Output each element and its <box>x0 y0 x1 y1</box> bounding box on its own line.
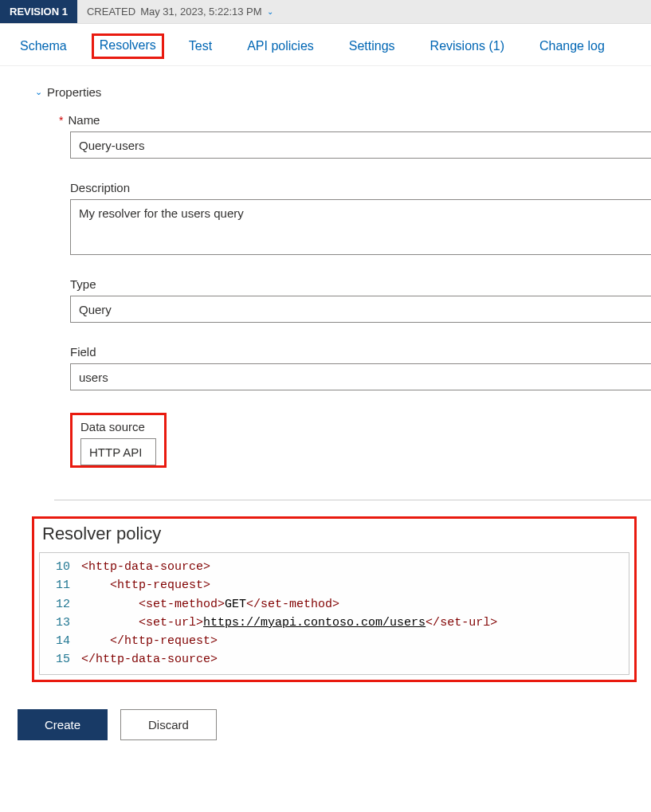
tab-api-policies[interactable]: API policies <box>245 38 316 54</box>
line-number: 11 <box>40 576 81 594</box>
code-line: 11 <http-request> <box>40 576 629 594</box>
resolver-policy-title: Resolver policy <box>42 524 629 544</box>
form-group-name: * Name Query-users <box>70 113 651 159</box>
created-label: CREATED <box>87 6 135 18</box>
tab-settings[interactable]: Settings <box>347 38 398 54</box>
tab-revisions[interactable]: Revisions (1) <box>428 38 507 54</box>
field-label: Field <box>70 345 96 359</box>
type-label: Type <box>70 277 96 291</box>
revision-badge: REVISION 1 <box>0 0 77 23</box>
tab-change-log[interactable]: Change log <box>537 38 607 54</box>
code-line: 15</http-data-source> <box>40 650 629 669</box>
chevron-down-icon: ⌄ <box>267 7 273 16</box>
discard-button[interactable]: Discard <box>120 709 217 740</box>
description-label: Description <box>70 181 130 194</box>
code-line: 12 <set-method>GET</set-method> <box>40 595 629 614</box>
tab-bar: Schema Resolvers Test API policies Setti… <box>0 24 651 66</box>
section-properties[interactable]: ⌄ Properties <box>18 85 651 99</box>
revision-bar: REVISION 1 CREATED May 31, 2023, 5:22:13… <box>0 0 651 24</box>
code-content: <set-method>GET</set-method> <box>81 595 339 614</box>
form-group-field: Field users <box>70 345 651 390</box>
section-title: Properties <box>47 85 101 99</box>
name-label: Name <box>68 113 100 127</box>
tab-schema[interactable]: Schema <box>18 38 69 54</box>
code-content: <http-request> <box>81 576 210 594</box>
line-number: 10 <box>40 558 81 576</box>
data-source-label: Data source <box>80 420 156 433</box>
code-content: </http-data-source> <box>81 650 218 669</box>
code-line: 13 <set-url>https://myapi.contoso.com/us… <box>40 614 629 632</box>
resolver-policy-editor[interactable]: 10<http-data-source>11 <http-request>12 … <box>39 552 629 675</box>
create-button[interactable]: Create <box>18 709 108 740</box>
name-input[interactable]: Query-users <box>70 131 651 159</box>
form-group-data-source: Data source HTTP API <box>18 413 651 468</box>
field-select[interactable]: users <box>70 363 651 390</box>
chevron-down-icon: ⌄ <box>35 87 42 97</box>
line-number: 14 <box>40 632 81 650</box>
code-content: </http-request> <box>81 632 218 650</box>
resolver-policy-section: Resolver policy 10<http-data-source>11 <… <box>32 516 637 682</box>
line-number: 15 <box>40 650 81 669</box>
code-content: <set-url>https://myapi.contoso.com/users… <box>81 614 497 632</box>
code-content: <http-data-source> <box>81 558 210 576</box>
revision-created[interactable]: CREATED May 31, 2023, 5:22:13 PM ⌄ <box>77 6 283 18</box>
content-area: ⌄ Properties * Name Query-users Descript… <box>0 66 651 682</box>
form-group-type: Type Query <box>70 277 651 323</box>
button-row: Create Discard <box>18 709 651 740</box>
data-source-select[interactable]: HTTP API <box>80 438 156 465</box>
type-select[interactable]: Query <box>70 296 651 323</box>
tab-test[interactable]: Test <box>186 38 214 54</box>
description-input[interactable]: My resolver for the users query <box>70 199 651 255</box>
line-number: 13 <box>40 614 81 632</box>
code-line: 10<http-data-source> <box>40 558 629 576</box>
form-group-description: Description My resolver for the users qu… <box>70 181 651 255</box>
required-icon: * <box>59 114 63 127</box>
code-line: 14 </http-request> <box>40 632 629 650</box>
tab-resolvers[interactable]: Resolvers <box>92 33 164 59</box>
line-number: 12 <box>40 595 81 614</box>
section-divider <box>54 500 651 500</box>
created-timestamp: May 31, 2023, 5:22:13 PM <box>140 6 261 18</box>
